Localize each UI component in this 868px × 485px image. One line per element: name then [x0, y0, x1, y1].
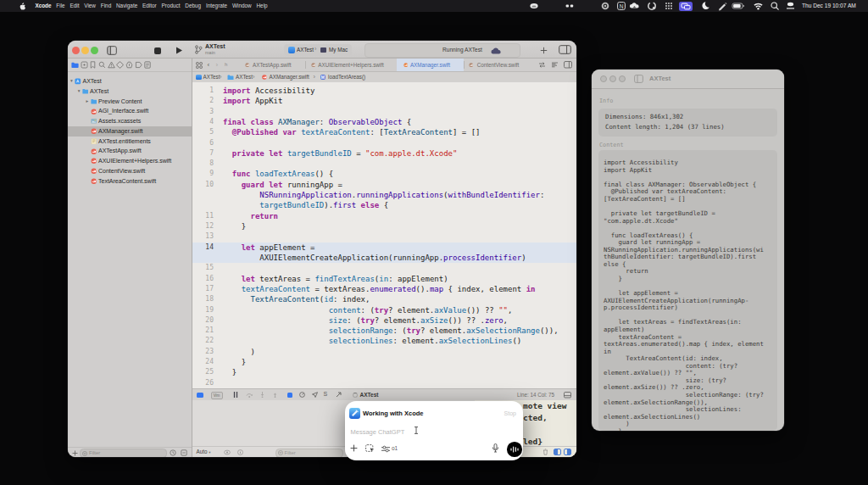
navigator-row-axtest[interactable]: ▾AXTest [68, 86, 192, 97]
notion-icon[interactable]: N [616, 1, 626, 11]
navigator-row-axtestapp-swift[interactable]: AXTestApp.swift [68, 146, 192, 156]
stack-icon[interactable]: S [324, 391, 328, 397]
stop-button[interactable] [154, 47, 161, 54]
tab-contentview-swift[interactable]: ContentView.swift [464, 59, 532, 72]
message-input[interactable]: Message ChatGPT [351, 428, 405, 436]
navigator-row-assets-xcassets[interactable]: Assets.xcassets [68, 116, 192, 126]
debug-navigator-icon[interactable] [125, 61, 133, 69]
navigator-row-agi-interface-swift[interactable]: AGI_Interface.swift [68, 106, 192, 116]
oval-indicator-icon[interactable] [529, 1, 539, 11]
back-button[interactable]: ‹ [208, 59, 210, 72]
line-number[interactable]: 12 [192, 221, 214, 231]
project-navigator-icon[interactable] [71, 62, 79, 69]
circle-app-icon[interactable] [600, 1, 610, 11]
minimap-icon[interactable] [551, 62, 559, 68]
search-icon[interactable] [770, 1, 780, 11]
line-number[interactable]: 23 [192, 347, 214, 357]
line-number[interactable]: 6 [192, 138, 214, 148]
line-number[interactable]: 1 [192, 86, 214, 96]
line-number[interactable]: 2 [192, 96, 214, 106]
sidebar-toggle-icon[interactable] [634, 75, 643, 83]
add-item-button[interactable] [72, 450, 78, 456]
battery-icon[interactable] [732, 1, 745, 11]
minimize-button[interactable] [81, 47, 89, 54]
line-number[interactable]: 24 [192, 357, 214, 367]
step-out-icon[interactable] [272, 392, 278, 398]
vim-mode-badge[interactable]: Vim [211, 392, 223, 400]
jumpbar-group[interactable]: AXTest [236, 72, 253, 83]
line-number[interactable]: 21 [192, 326, 214, 336]
line-number[interactable]: 15 [192, 263, 214, 273]
editor-layout-icon[interactable] [559, 45, 571, 54]
variables-mode[interactable]: Auto ▾ [197, 447, 211, 457]
menu-clock[interactable]: Thu Dec 19 10:07 AM [802, 0, 856, 12]
line-number[interactable]: 4 [192, 117, 214, 127]
test-navigator-icon[interactable] [116, 61, 124, 69]
model-picker-icon[interactable] [381, 445, 390, 453]
line-number[interactable]: 10 [192, 180, 214, 190]
split-editor-icon[interactable] [564, 61, 572, 69]
console-pane-toggle-left[interactable] [554, 449, 561, 455]
voice-mode-button[interactable] [507, 442, 522, 457]
zoom-button[interactable] [91, 47, 98, 54]
stop-button[interactable]: Stop [504, 410, 516, 416]
hide-debug-area-icon[interactable] [197, 393, 203, 398]
disclosure-icon[interactable]: ▾ [70, 76, 73, 86]
info-icon[interactable] [237, 449, 243, 455]
related-items-icon[interactable] [196, 62, 203, 69]
apple-menu-icon[interactable] [19, 3, 26, 10]
report-navigator-icon[interactable] [144, 61, 151, 69]
model-name[interactable]: o1 [392, 445, 398, 451]
navigator-row-axtest-entitlements[interactable]: AXTest.entitlements [68, 137, 192, 147]
cloud-icon[interactable] [629, 1, 640, 11]
close-button[interactable] [72, 47, 80, 54]
line-number[interactable]: 18 [192, 294, 214, 304]
menu-item-window[interactable]: Window [230, 0, 254, 12]
tab-axmanager-swift[interactable]: AXManager.swift [397, 59, 464, 72]
memory-gauge-icon[interactable] [299, 392, 305, 398]
line-number[interactable] [192, 190, 214, 200]
trash-icon[interactable] [542, 449, 548, 455]
recent-files-icon[interactable] [170, 449, 176, 456]
menu-item-view[interactable]: View [81, 0, 98, 12]
pencil-icon[interactable] [717, 1, 727, 11]
line-number[interactable] [192, 253, 214, 263]
jumpbar-file[interactable]: AXManager.swift [270, 72, 309, 83]
toolbar-branch-name[interactable]: main [205, 50, 215, 55]
scheme-name[interactable]: AXTest [297, 44, 314, 56]
line-number[interactable]: 13 [192, 231, 214, 242]
line-number[interactable]: 17 [192, 284, 214, 294]
disclosure-icon[interactable]: ▾ [78, 86, 81, 97]
line-number[interactable]: 7 [192, 148, 214, 159]
destination-name[interactable]: My Mac [329, 44, 348, 56]
sidebar-toggle-icon[interactable] [107, 46, 117, 55]
location-icon[interactable] [312, 392, 318, 398]
attach-button[interactable] [350, 444, 358, 452]
add-tab-button[interactable] [540, 47, 548, 54]
step-into-icon[interactable] [259, 392, 265, 398]
find-navigator-icon[interactable] [98, 61, 106, 69]
source-control-navigator-icon[interactable] [81, 61, 88, 69]
line-number[interactable]: 16 [192, 274, 214, 284]
swap-editor-icon[interactable] [538, 62, 546, 68]
process-name[interactable]: AXTest [360, 389, 379, 400]
minimize-button[interactable] [609, 75, 616, 82]
close-button[interactable] [600, 75, 607, 82]
toolbar-project-name[interactable]: AXTest [205, 43, 225, 49]
menu-item-help[interactable]: Help [254, 0, 270, 12]
ring-app-icon[interactable] [647, 1, 657, 11]
navigator-row-axuielement-helpers-swift[interactable]: AXUIElement+Helpers.swift [68, 156, 192, 166]
menu-item-find[interactable]: Find [98, 0, 114, 12]
dots-grid-icon[interactable] [664, 1, 674, 11]
screenshot-button[interactable] [365, 444, 375, 453]
menu-item-navigate[interactable]: Navigate [114, 0, 140, 12]
line-number[interactable]: 5 [192, 127, 214, 137]
menu-item-file[interactable]: File [53, 0, 67, 12]
line-number[interactable]: 20 [192, 315, 214, 326]
issue-navigator-icon[interactable] [108, 61, 115, 69]
line-number[interactable]: 22 [192, 336, 214, 346]
line-number[interactable]: 9 [192, 169, 214, 179]
zoom-button[interactable] [619, 75, 626, 82]
show-only-icon[interactable] [224, 449, 231, 455]
screen-sharing-icon[interactable] [679, 2, 693, 11]
